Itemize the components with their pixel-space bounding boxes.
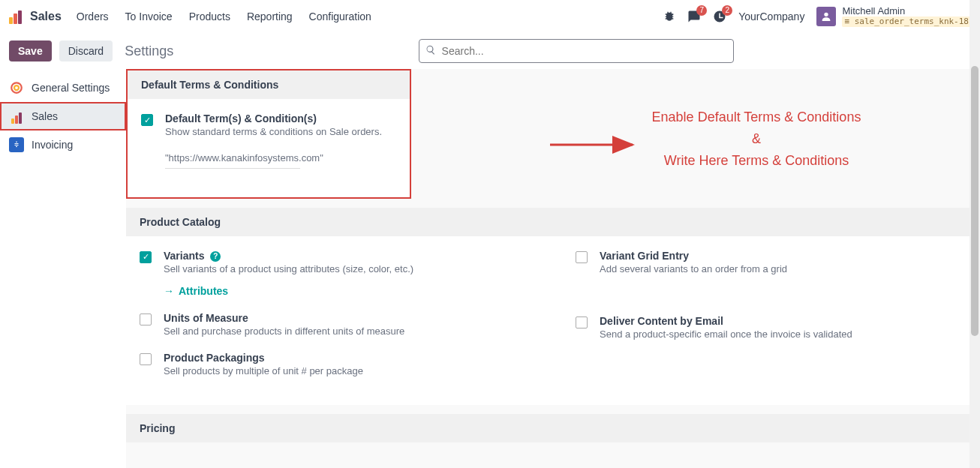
invoicing-icon (9, 137, 24, 152)
section-pricing: Pricing (126, 414, 980, 442)
database-name: sale_order_terms_knk-18 (842, 16, 971, 27)
scroll-thumb[interactable] (971, 66, 978, 336)
messages-badge: 7 (696, 5, 707, 16)
search-wrap (419, 39, 734, 63)
annotation-line: Enable Default Terms & Conditions (636, 106, 876, 128)
avatar (816, 7, 836, 26)
svg-point-1 (11, 82, 22, 93)
activities-icon[interactable]: 2 (713, 10, 726, 23)
option-description: Sell products by multiple of unit # per … (164, 365, 363, 376)
section-product-catalog: Product Catalog Variants ? Sell variants… (126, 208, 980, 405)
save-button[interactable]: Save (9, 40, 52, 62)
option-description: Sell variants of a product using attribu… (164, 263, 413, 274)
scrollbar[interactable] (969, 0, 980, 468)
settings-sidebar: General Settings Sales Invoicing (0, 69, 126, 468)
annotation-line: & (636, 128, 876, 150)
messages-icon[interactable]: 7 (687, 10, 701, 23)
menu-to-invoice[interactable]: To Invoice (125, 10, 173, 22)
section-heading: Default Terms & Conditions (128, 70, 410, 99)
option-title: Product Packagings (164, 352, 363, 364)
menu-products[interactable]: Products (189, 10, 230, 22)
activities-badge: 2 (722, 5, 732, 16)
action-bar: Save Discard Settings (0, 33, 980, 69)
user-menu[interactable]: Mitchell Admin sale_order_terms_knk-18 (816, 6, 971, 27)
app-name[interactable]: Sales (30, 10, 62, 23)
option-description: Send a product-specific email once the i… (600, 328, 852, 340)
option-title-text: Variants (164, 250, 204, 262)
checkbox-uom[interactable] (140, 314, 152, 326)
sidebar-item-label: General Settings (32, 82, 110, 94)
sidebar-item-sales[interactable]: Sales (0, 102, 126, 130)
checkbox-variants[interactable] (140, 251, 152, 263)
debug-icon[interactable] (663, 10, 675, 24)
menu-orders[interactable]: Orders (77, 10, 109, 22)
help-icon[interactable]: ? (210, 251, 221, 262)
user-name: Mitchell Admin (842, 6, 971, 16)
sidebar-item-general-settings[interactable]: General Settings (0, 74, 126, 102)
sales-icon (9, 109, 24, 124)
link-attributes[interactable]: Attributes (164, 285, 413, 297)
menu-reporting[interactable]: Reporting (247, 10, 293, 22)
option-title: Default Term(s) & Condition(s) (165, 112, 382, 124)
checkbox-default-terms[interactable] (141, 114, 153, 126)
top-navbar: Sales Orders To Invoice Products Reporti… (0, 0, 980, 33)
general-settings-icon (9, 80, 24, 95)
search-icon (425, 45, 436, 58)
svg-point-0 (825, 13, 828, 16)
terms-text-input[interactable]: "https://www.kanakinfosystems.com" (165, 151, 300, 169)
settings-content: Enable Default Terms & Conditions & Writ… (126, 69, 980, 468)
option-title: Variants ? (164, 250, 413, 262)
option-description: Add several variants to an order from a … (600, 263, 787, 274)
company-selector[interactable]: YourCompany (738, 10, 804, 22)
checkbox-variant-grid[interactable] (576, 251, 588, 263)
checkbox-deliver-email[interactable] (576, 316, 588, 328)
section-default-terms: Default Terms & Conditions Default Term(… (126, 69, 411, 199)
main-menu: Orders To Invoice Products Reporting Con… (77, 10, 371, 22)
sidebar-item-invoicing[interactable]: Invoicing (0, 130, 126, 159)
svg-point-2 (14, 86, 19, 90)
annotation-arrow-icon (546, 134, 644, 156)
option-title: Deliver Content by Email (600, 315, 852, 327)
option-title: Units of Measure (164, 312, 404, 324)
section-heading: Product Catalog (126, 208, 980, 236)
app-logo-icon (9, 9, 24, 24)
option-description: Show standard terms & conditions on Sale… (165, 126, 382, 137)
option-title: Variant Grid Entry (600, 250, 787, 262)
option-description: Sell and purchase products in different … (164, 326, 404, 337)
checkbox-packagings[interactable] (140, 353, 152, 365)
page-title: Settings (125, 44, 173, 59)
menu-configuration[interactable]: Configuration (309, 10, 371, 22)
section-heading: Pricing (126, 414, 980, 442)
sidebar-item-label: Sales (32, 110, 58, 122)
search-input[interactable] (419, 39, 734, 63)
discard-button[interactable]: Discard (59, 40, 113, 62)
sidebar-item-label: Invoicing (32, 139, 73, 151)
annotation-line: Write Here Terms & Conditions (636, 150, 876, 172)
annotation-text: Enable Default Terms & Conditions & Writ… (636, 106, 876, 171)
